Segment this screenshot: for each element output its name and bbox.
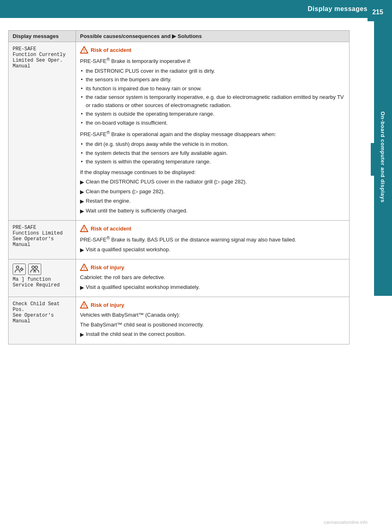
display-message-4: Check Child SeatPos.See Operator'sManual	[9, 297, 76, 344]
side-tab-bar	[371, 143, 374, 176]
arrow-icon: ▶	[80, 207, 84, 215]
action-item: ▶ Install the child seat in the correct …	[80, 330, 345, 339]
action-text: Restart the engine.	[86, 197, 131, 205]
risk-heading-2: ! Risk of accident	[80, 225, 345, 232]
warning-triangle-icon: !	[80, 264, 88, 271]
risk-label-1: Risk of accident	[91, 47, 131, 53]
svg-text:!: !	[83, 304, 85, 308]
action-text: Install the child seat in the correct po…	[86, 330, 186, 338]
list-item: the dirt (e.g. slush) drops away while t…	[80, 140, 345, 148]
side-tab-label: On-board computer and displays	[380, 111, 386, 202]
risk-heading-3: ! Risk of injury	[80, 264, 345, 271]
arrow-icon: ▶	[80, 246, 84, 254]
row4-para2: The BabySmart™ child seat is positioned …	[80, 321, 345, 329]
risk-heading-1: ! Risk of accident	[80, 46, 345, 54]
action-item: ▶ Restart the engine.	[80, 197, 345, 206]
table-row: Check Child SeatPos.See Operator'sManual…	[9, 297, 350, 344]
row1-list1: the DISTRONIC PLUS cover in the radiator…	[80, 67, 345, 127]
row3-para1: Cabriolet: the roll bars are defective.	[80, 273, 345, 282]
row1-para2: PRE-SAFE® Brake is operational again and…	[80, 129, 345, 139]
list-item: the radar sensor system is temporarily i…	[80, 93, 345, 109]
row2-para1: PRE-SAFE® Brake is faulty. BAS PLUS or t…	[80, 235, 345, 244]
list-item: its function is impaired due to heavy ra…	[80, 85, 345, 93]
svg-point-4	[16, 266, 19, 268]
svg-point-5	[21, 268, 23, 270]
row4-para1: Vehicles with BabySmart™ (Canada only):	[80, 311, 345, 319]
row1-para3: If the display message continues to be d…	[80, 168, 345, 177]
arrow-icon: ▶	[80, 188, 84, 196]
header-title: Display messages	[308, 5, 368, 13]
action-text: Visit a qualified specialist workshop.	[86, 246, 170, 254]
arrow-icon: ▶	[80, 331, 84, 339]
display-message-1: PRE-SAFEFunction CurrentlyLimited See Op…	[9, 42, 76, 221]
list-item: the system is outside the operating temp…	[80, 110, 345, 118]
action-text: Clean the DISTRONIC PLUS cover in the ra…	[86, 178, 247, 186]
cell-content-3: ! Risk of injury Cabriolet: the roll bar…	[76, 259, 350, 297]
row1-para1: PRE-SAFE® Brake is temporarily inoperati…	[80, 56, 345, 65]
svg-point-10	[32, 266, 34, 268]
page-header: Display messages	[0, 0, 392, 18]
list-item: the system detects that the sensors are …	[80, 149, 345, 157]
warning-triangle-icon: !	[80, 225, 88, 232]
svg-point-11	[35, 266, 38, 268]
action-item: ▶ Visit a qualified specialist workshop …	[80, 283, 345, 292]
list-item: the on-board voltage is insufficient.	[80, 119, 345, 127]
list-item: the sensors in the bumpers are dirty.	[80, 76, 345, 84]
action-text: Wait until the battery is sufficiently c…	[86, 207, 187, 215]
display-message-2: PRE-SAFEFunctions LimitedSee Operator'sM…	[9, 221, 76, 259]
risk-label-2: Risk of accident	[91, 226, 131, 232]
main-content: Display messages Possible causes/consequ…	[0, 18, 374, 353]
warning-triangle-icon: !	[80, 46, 88, 54]
cell-content-1: ! Risk of accident PRE-SAFE® Brake is te…	[76, 42, 350, 221]
main-table: Display messages Possible causes/consequ…	[8, 30, 350, 344]
action-text: Visit a qualified specialist workshop im…	[86, 283, 200, 291]
malfunction-icon-1	[13, 264, 26, 275]
malfunction-icon-2	[28, 264, 41, 275]
risk-label-4: Risk of injury	[91, 302, 124, 308]
cell-content-2: ! Risk of accident PRE-SAFE® Brake is fa…	[76, 221, 350, 259]
svg-text:!: !	[83, 266, 85, 270]
list-item: the DISTRONIC PLUS cover in the radiator…	[80, 67, 345, 75]
table-row: PRE-SAFEFunctions LimitedSee Operator'sM…	[9, 221, 350, 259]
action-text: Clean the bumpers (▷ page 282).	[86, 188, 165, 196]
action-item: ▶ Clean the DISTRONIC PLUS cover in the …	[80, 178, 345, 186]
action-item: ▶ Clean the bumpers (▷ page 282).	[80, 188, 345, 196]
side-tab: On-board computer and displays	[374, 18, 392, 296]
col2-header: Possible causes/consequences and ▶ Solut…	[76, 31, 350, 42]
cell-content-4: ! Risk of injury Vehicles with BabySmart…	[76, 297, 350, 344]
svg-text:!: !	[83, 49, 85, 53]
arrow-icon: ▶	[80, 284, 84, 292]
risk-heading-4: ! Risk of injury	[80, 301, 345, 308]
malfunction-icons	[13, 264, 71, 275]
col1-header: Display messages	[9, 31, 76, 42]
table-header-row: Display messages Possible causes/consequ…	[9, 31, 350, 42]
action-item: ▶ Visit a qualified specialist workshop.	[80, 246, 345, 254]
display-message-3: Ma ] functionService Required	[9, 259, 76, 297]
watermark: carmanualsonline.info	[324, 520, 368, 525]
arrow-icon: ▶	[80, 178, 84, 186]
list-item: the system is within the operating tempe…	[80, 158, 345, 166]
svg-text:!: !	[83, 227, 85, 232]
table-row: Ma ] functionService Required ! Risk of …	[9, 259, 350, 297]
action-item: ▶ Wait until the battery is sufficiently…	[80, 207, 345, 215]
table-row: PRE-SAFEFunction CurrentlyLimited See Op…	[9, 42, 350, 221]
row1-list2: the dirt (e.g. slush) drops away while t…	[80, 140, 345, 166]
risk-label-3: Risk of injury	[91, 264, 124, 270]
warning-triangle-icon: !	[80, 301, 88, 308]
arrow-icon: ▶	[80, 197, 84, 206]
